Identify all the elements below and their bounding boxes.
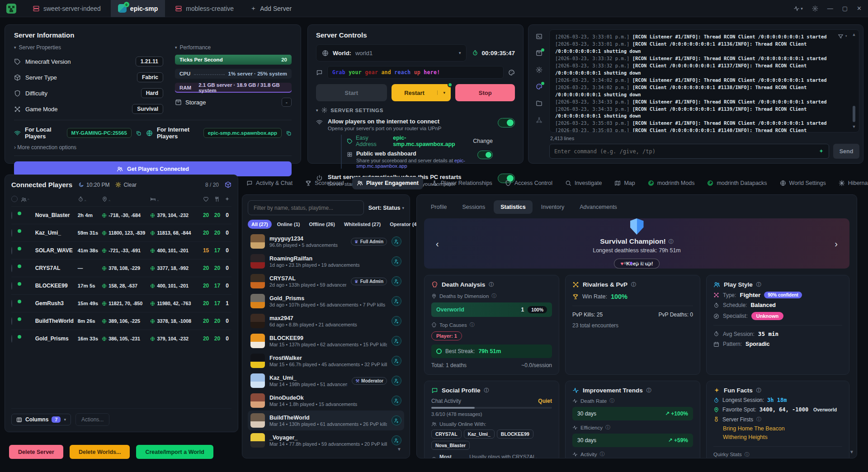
detail-scrollbar[interactable] <box>851 220 854 329</box>
tab-modrinth-datapacks[interactable]: modrinth Datapacks <box>703 177 771 189</box>
player-list-item[interactable]: Radiancee_ Mar 14 • 22.8h played • 37 ad… <box>248 450 404 453</box>
player-list-item[interactable]: max2947 6d ago • 8.8h played • 21 advanc… <box>248 311 404 331</box>
copy-icon[interactable] <box>286 130 292 136</box>
banner-prev-arrow[interactable]: ‹ <box>436 238 439 249</box>
tab-access-control[interactable]: Access Control <box>500 177 557 189</box>
player-list-item[interactable]: DinoDudeOk Mar 14 • 1.8h played • 15 adv… <box>248 391 404 411</box>
stop-button[interactable]: Stop <box>455 84 515 101</box>
player-list-item[interactable]: _Voyager_ Mar 14 • 77.8h played • 59 adv… <box>248 430 404 450</box>
create-import-world-button[interactable]: Create/Import a World <box>136 445 213 459</box>
tab-hibernation[interactable]: Hibernation <box>834 177 868 189</box>
column-spawn[interactable]: ^ <box>150 196 200 203</box>
change-address-link[interactable]: Change <box>473 138 493 144</box>
player-action-button[interactable] <box>392 376 401 386</box>
version-value[interactable]: 1.21.11 <box>136 57 163 66</box>
row-checkbox[interactable] <box>11 247 12 255</box>
ai-sparkle-icon[interactable] <box>818 148 824 154</box>
performance-section-header[interactable]: ▾Performance <box>175 44 292 51</box>
column-health[interactable] <box>200 196 211 203</box>
actions-button[interactable]: Actions... <box>75 413 109 426</box>
tab-modrinth-mods[interactable]: modrinth Mods <box>643 177 699 189</box>
restart-dropdown-chevron[interactable]: ▾ <box>437 90 451 95</box>
row-checkbox[interactable] <box>11 335 12 343</box>
delete-worlds-button[interactable]: Delete Worlds... <box>70 445 130 459</box>
sort-selector[interactable]: Sort: Status▾ <box>368 205 404 211</box>
add-server-button[interactable]: ＋ Add Server <box>244 5 298 13</box>
player-table-row[interactable]: CRYS7AL — 378, 108, -229 3377, 18, -992 … <box>11 259 231 277</box>
player-action-button[interactable] <box>392 435 401 445</box>
terminal-icon[interactable] <box>536 33 542 41</box>
select-all-checkbox[interactable] <box>11 196 18 202</box>
tab-profile[interactable]: Profile <box>424 200 453 214</box>
column-session[interactable]: ^ <box>78 196 102 203</box>
tab-advancements[interactable]: Advancements <box>573 200 624 214</box>
tab-map[interactable]: Map <box>610 177 639 189</box>
player-action-button[interactable] <box>392 316 401 326</box>
row-checkbox[interactable] <box>11 229 12 237</box>
gear-icon[interactable] <box>536 66 542 75</box>
server-settings-header[interactable]: ▾ SERVER SETTINGS <box>316 107 515 113</box>
banner-pagination-dots[interactable] <box>624 262 650 264</box>
network-icon[interactable] <box>536 117 542 125</box>
friend-chip[interactable]: BLOCKEE99 <box>497 430 533 439</box>
chip-whitelisted[interactable]: Whitelisted (27) <box>340 220 384 229</box>
column-food[interactable] <box>212 196 223 203</box>
row-checkbox[interactable] <box>11 300 12 307</box>
banner-next-arrow[interactable]: › <box>835 238 838 249</box>
server-properties-section-header[interactable]: ▾Server Properties <box>14 44 163 51</box>
tab-investigate[interactable]: Investigate <box>561 177 606 189</box>
friend-chip[interactable]: CRYS7AL <box>431 430 462 439</box>
column-level[interactable] <box>223 196 231 203</box>
delete-server-button[interactable]: Delete Server <box>9 445 63 459</box>
server-tab-sweet-server-indeed[interactable]: sweet-server-indeed <box>25 0 108 17</box>
internet-address-value[interactable]: epic-smp.mc.spawnbox.app <box>203 128 282 138</box>
chip-online[interactable]: Online (1) <box>274 220 304 229</box>
friend-chip[interactable]: Nova_Blaster <box>431 441 470 450</box>
tab-statistics[interactable]: Statistics <box>494 200 533 214</box>
scroll-down-arrow[interactable]: ▼ <box>849 449 854 454</box>
death-cause-pill[interactable]: Player: 1 <box>431 331 462 340</box>
settings-gear-icon[interactable] <box>812 5 818 12</box>
cube-icon[interactable] <box>225 181 231 188</box>
server-tab-epic-smp[interactable]: 0 epic-smp <box>111 0 165 17</box>
row-checkbox[interactable] <box>11 264 12 272</box>
column-position[interactable]: ^ <box>102 196 150 203</box>
player-list-item[interactable]: CRYS7AL 2d ago • 133h played • 59 advanc… <box>248 271 404 291</box>
player-list-item[interactable]: Kaz_Umi_ Mar 14 • 198h played • 51 advan… <box>248 371 404 391</box>
scroll-down-arrow[interactable]: ▼ <box>397 447 401 452</box>
tab-inventory[interactable]: Inventory <box>534 200 571 214</box>
player-action-button[interactable] <box>392 336 401 346</box>
player-action-button[interactable] <box>392 396 401 406</box>
command-input[interactable] <box>554 148 815 155</box>
tab-player-engagement[interactable]: Player Engagement <box>352 177 423 189</box>
world-select[interactable]: World: world1 ▾ <box>316 44 467 61</box>
player-table-row[interactable]: Kaz_Umi_ 59m 31s 11800, 123, -839 11813,… <box>11 224 231 241</box>
storage-collapse-button[interactable]: - <box>282 98 292 107</box>
copy-icon[interactable] <box>136 130 142 136</box>
player-action-button[interactable] <box>392 415 401 425</box>
activity-menu-button[interactable]: ▾ <box>793 5 803 12</box>
player-table-row[interactable]: SOLAR_WAVE 41m 38s -721, -33, -691 400, … <box>11 241 231 259</box>
tab-sessions[interactable]: Sessions <box>455 200 492 214</box>
row-checkbox[interactable] <box>11 282 12 290</box>
close-button[interactable]: ✕ <box>857 5 862 12</box>
difficulty-value[interactable]: Hard <box>141 88 163 98</box>
player-table-row[interactable]: BLOCKEE99 17m 5s 158, 28, -637 400, 101,… <box>11 277 231 294</box>
palette-icon[interactable] <box>508 69 515 76</box>
player-table-row[interactable]: Gold_Prisms 16m 33s 386, 105, -231 379, … <box>11 330 231 347</box>
log-filter-button[interactable]: ▾ <box>838 33 847 39</box>
column-player[interactable]: ^ <box>21 197 35 203</box>
tab-world-settings[interactable]: World Settings <box>775 177 830 189</box>
friend-chip[interactable]: Kaz_Umi_ <box>464 430 495 439</box>
server-tab-mobless-creative[interactable]: mobless-creative <box>168 0 241 17</box>
columns-button[interactable]: Columns 7 ▾ <box>11 414 71 425</box>
player-action-button[interactable] <box>392 236 401 246</box>
row-checkbox[interactable] <box>11 212 12 219</box>
game-mode-value[interactable]: Survival <box>132 104 163 114</box>
row-checkbox[interactable] <box>11 317 12 325</box>
scrollbar-thumb[interactable] <box>853 106 855 122</box>
local-address-value[interactable]: MY-GAMING-PC:25565 <box>67 128 132 138</box>
player-list-item[interactable]: FrostWalker Mar 15 • 66.7h played • 45 a… <box>248 351 404 371</box>
more-connection-options[interactable]: › More connection options <box>14 144 292 151</box>
player-filter-input[interactable] <box>248 200 364 215</box>
